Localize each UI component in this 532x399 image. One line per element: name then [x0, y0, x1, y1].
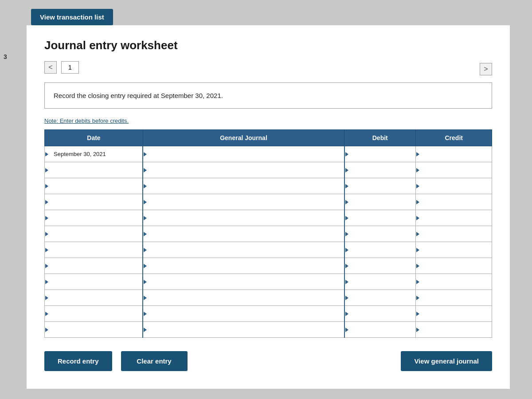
debit-cell-11[interactable] [344, 306, 416, 322]
debit-input-6[interactable] [349, 230, 411, 238]
credit-input-9[interactable] [420, 278, 487, 286]
debit-input-2[interactable] [349, 166, 411, 174]
debit-cell-3[interactable] [344, 178, 416, 194]
journal-cell-9[interactable] [143, 274, 344, 290]
journal-input-7[interactable] [148, 246, 339, 254]
date-cell-6 [45, 226, 143, 242]
row-indicator-icon [144, 264, 147, 268]
debit-cell-4[interactable] [344, 194, 416, 210]
debit-input-12[interactable] [349, 325, 411, 334]
row-indicator-icon [345, 168, 348, 172]
credit-cell-11[interactable] [416, 306, 492, 322]
journal-cell-12[interactable] [143, 322, 344, 338]
debit-cell-12[interactable] [344, 322, 416, 338]
instruction-box: Record the closing entry required at Sep… [44, 82, 492, 109]
view-transaction-button[interactable]: View transaction list [31, 9, 113, 25]
debit-input-11[interactable] [349, 309, 411, 318]
clear-entry-button[interactable]: Clear entry [121, 351, 188, 371]
journal-input-2[interactable] [148, 166, 339, 174]
row-indicator-icon [45, 232, 48, 236]
credit-cell-2[interactable] [416, 162, 492, 178]
debit-input-9[interactable] [349, 278, 411, 286]
credit-input-6[interactable] [420, 230, 487, 238]
credit-cell-7[interactable] [416, 242, 492, 258]
nav-left-arrow[interactable]: < [44, 61, 57, 74]
journal-input-11[interactable] [148, 309, 339, 318]
credit-cell-5[interactable] [416, 210, 492, 226]
credit-cell-10[interactable] [416, 290, 492, 306]
journal-cell-4[interactable] [143, 194, 344, 210]
journal-input-6[interactable] [148, 230, 339, 238]
debit-input-4[interactable] [349, 198, 411, 206]
credit-cell-8[interactable] [416, 258, 492, 274]
credit-input-3[interactable] [420, 182, 487, 190]
credit-cell-4[interactable] [416, 194, 492, 210]
row-indicator-icon [45, 328, 48, 332]
journal-cell-10[interactable] [143, 290, 344, 306]
debit-input-8[interactable] [349, 262, 411, 270]
debit-cell-5[interactable] [344, 210, 416, 226]
instruction-text: Record the closing entry required at Sep… [54, 92, 483, 99]
credit-cell-12[interactable] [416, 322, 492, 338]
debit-cell-10[interactable] [344, 290, 416, 306]
debit-cell-2[interactable] [344, 162, 416, 178]
credit-cell-9[interactable] [416, 274, 492, 290]
row-indicator-icon [144, 296, 147, 300]
journal-cell-2[interactable] [143, 162, 344, 178]
row-indicator-icon [345, 328, 348, 332]
debit-cell-8[interactable] [344, 258, 416, 274]
debit-cell-6[interactable] [344, 226, 416, 242]
debit-input-3[interactable] [349, 182, 411, 190]
journal-input-3[interactable] [148, 182, 339, 190]
debit-input-7[interactable] [349, 246, 411, 254]
table-row [45, 306, 492, 322]
journal-input-12[interactable] [148, 325, 339, 334]
journal-cell-11[interactable] [143, 306, 344, 322]
row-indicator-icon [345, 280, 348, 284]
debit-cell-1[interactable] [344, 146, 416, 162]
nav-right-arrow[interactable]: > [480, 63, 492, 75]
page-number: 3 [4, 53, 7, 60]
journal-cell-1[interactable] [143, 146, 344, 162]
record-entry-button[interactable]: Record entry [44, 351, 112, 371]
credit-input-2[interactable] [420, 166, 487, 174]
credit-input-12[interactable] [420, 325, 487, 334]
debit-input-5[interactable] [349, 214, 411, 222]
journal-input-8[interactable] [148, 262, 339, 270]
credit-input-4[interactable] [420, 198, 487, 206]
row-indicator-icon [345, 184, 348, 188]
journal-input-1[interactable] [148, 150, 339, 158]
row-indicator-icon [144, 216, 147, 220]
debit-cell-7[interactable] [344, 242, 416, 258]
credit-input-8[interactable] [420, 262, 487, 270]
credit-input-7[interactable] [420, 246, 487, 254]
view-general-journal-button[interactable]: View general journal [401, 351, 492, 371]
debit-input-10[interactable] [349, 293, 411, 302]
date-value-1: September 30, 2021 [49, 151, 106, 157]
date-cell-9 [45, 274, 143, 290]
table-row [45, 194, 492, 210]
row-indicator-icon [416, 328, 419, 332]
journal-input-5[interactable] [148, 214, 339, 222]
journal-cell-8[interactable] [143, 258, 344, 274]
journal-cell-5[interactable] [143, 210, 344, 226]
credit-cell-3[interactable] [416, 178, 492, 194]
journal-input-4[interactable] [148, 198, 339, 206]
debit-cell-9[interactable] [344, 274, 416, 290]
journal-cell-7[interactable] [143, 242, 344, 258]
row-indicator-icon [416, 152, 419, 156]
journal-input-10[interactable] [148, 293, 339, 302]
credit-cell-6[interactable] [416, 226, 492, 242]
credit-input-1[interactable] [420, 150, 487, 158]
journal-cell-3[interactable] [143, 178, 344, 194]
credit-cell-1[interactable] [416, 146, 492, 162]
credit-input-5[interactable] [420, 214, 487, 222]
debit-input-1[interactable] [349, 150, 411, 158]
row-indicator-icon [45, 152, 48, 156]
table-row [45, 162, 492, 178]
journal-cell-6[interactable] [143, 226, 344, 242]
journal-input-9[interactable] [148, 278, 339, 286]
credit-input-11[interactable] [420, 309, 487, 318]
credit-input-10[interactable] [420, 293, 487, 302]
table-row [45, 242, 492, 258]
